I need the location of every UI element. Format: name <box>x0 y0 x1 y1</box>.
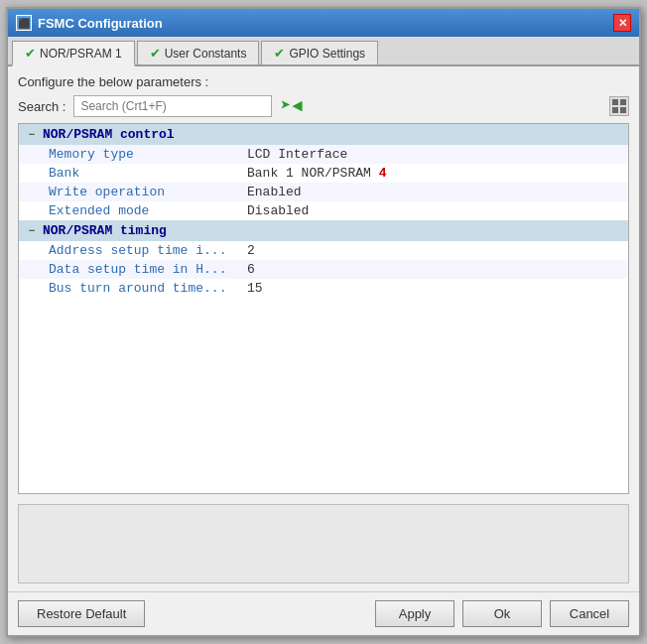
content-area: Configure the below parameters : Search … <box>8 66 639 591</box>
collapse-icon[interactable]: − <box>25 129 39 141</box>
section-nor-psram-control[interactable]: − NOR/PSRAM control <box>19 124 628 145</box>
param-value-data-setup: 6 <box>247 262 255 277</box>
search-row: Search : ➤ ▲ <box>18 95 629 117</box>
title-bar-left: ⬛ FSMC Configuration <box>16 15 163 31</box>
nav-arrows: ➤ ▲ <box>280 97 304 115</box>
log-area <box>18 504 629 583</box>
param-value-extended-mode: Disabled <box>247 203 309 218</box>
main-window: ⬛ FSMC Configuration ✕ ✔ NOR/PSRAM 1 ✔ U… <box>6 7 641 637</box>
title-bar: ⬛ FSMC Configuration ✕ <box>8 9 639 37</box>
svg-rect-1 <box>620 99 626 105</box>
tab-gpio-settings-label: GPIO Settings <box>289 47 365 61</box>
configure-label: Configure the below parameters : <box>18 74 629 89</box>
restore-default-button[interactable]: Restore Default <box>18 600 145 627</box>
action-buttons: Apply Ok Cancel <box>375 600 629 627</box>
search-label: Search : <box>18 99 65 114</box>
window-title: FSMC Configuration <box>38 16 163 31</box>
param-value-bank: Bank 1 NOR/PSRAM 4 <box>247 166 386 181</box>
tab-user-constants[interactable]: ✔ User Constants <box>137 41 260 64</box>
search-input[interactable] <box>73 95 272 117</box>
section-control-label: NOR/PSRAM control <box>43 127 175 142</box>
ok-button[interactable]: Ok <box>462 600 542 627</box>
svg-rect-3 <box>620 107 626 113</box>
window-icon: ⬛ <box>16 15 32 31</box>
close-button[interactable]: ✕ <box>613 14 631 32</box>
param-name-data-setup: Data setup time in H... <box>49 262 247 277</box>
params-panel: − NOR/PSRAM control Memory type LCD Inte… <box>18 123 629 494</box>
param-address-setup: Address setup time i... 2 <box>19 241 628 260</box>
bottom-buttons: Restore Default Apply Ok Cancel <box>8 591 639 635</box>
tab-check-icon: ✔ <box>150 46 161 61</box>
cancel-button[interactable]: Cancel <box>550 600 629 627</box>
param-write-operation: Write operation Enabled <box>19 183 628 201</box>
bank-highlight: 4 <box>379 166 387 181</box>
collapse-icon-timing[interactable]: − <box>25 225 39 237</box>
tab-check-icon: ✔ <box>25 46 36 61</box>
svg-rect-2 <box>612 107 618 113</box>
tab-nor-psram-label: NOR/PSRAM 1 <box>40 47 122 61</box>
param-value-address-setup: 2 <box>247 243 255 258</box>
param-value-write-op: Enabled <box>247 185 302 199</box>
tab-check-icon: ✔ <box>274 46 285 61</box>
tab-gpio-settings[interactable]: ✔ GPIO Settings <box>261 41 378 64</box>
tabs-bar: ✔ NOR/PSRAM 1 ✔ User Constants ✔ GPIO Se… <box>8 37 639 66</box>
svg-rect-0 <box>612 99 618 105</box>
param-name-address-setup: Address setup time i... <box>49 243 247 258</box>
param-name-extended-mode: Extended mode <box>49 203 247 218</box>
apply-button[interactable]: Apply <box>375 600 454 627</box>
param-bank: Bank Bank 1 NOR/PSRAM 4 <box>19 164 628 183</box>
param-value-memory-type: LCD Interface <box>247 147 347 162</box>
section-nor-psram-timing[interactable]: − NOR/PSRAM timing <box>19 220 628 241</box>
grid-view-icon[interactable] <box>609 96 629 116</box>
param-value-bus-turnaround: 15 <box>247 281 263 296</box>
param-name-bus-turnaround: Bus turn around time... <box>49 281 247 296</box>
param-extended-mode: Extended mode Disabled <box>19 201 628 220</box>
param-data-setup: Data setup time in H... 6 <box>19 260 628 279</box>
param-memory-type: Memory type LCD Interface <box>19 145 628 164</box>
tab-nor-psram[interactable]: ✔ NOR/PSRAM 1 <box>12 41 135 66</box>
param-name-write-op: Write operation <box>49 185 247 199</box>
tab-user-constants-label: User Constants <box>165 47 247 61</box>
param-name-memory-type: Memory type <box>49 147 247 162</box>
param-bus-turnaround: Bus turn around time... 15 <box>19 279 628 298</box>
param-name-bank: Bank <box>49 166 247 181</box>
section-timing-label: NOR/PSRAM timing <box>43 223 167 238</box>
arrow-up-icon[interactable]: ▲ <box>290 101 308 112</box>
